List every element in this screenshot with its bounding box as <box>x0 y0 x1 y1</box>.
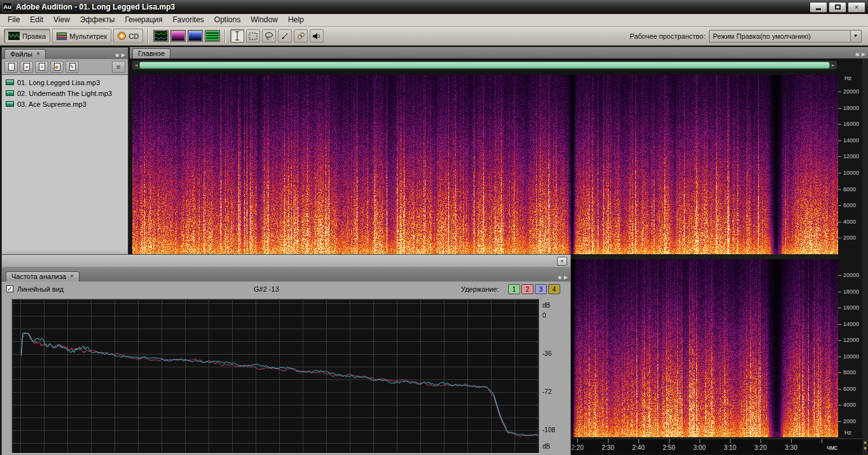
panel-menu-icon[interactable]: ◉ <box>115 53 120 58</box>
scroll-right-button[interactable]: ► <box>830 62 836 69</box>
menu-view[interactable]: View <box>48 14 75 26</box>
timeline-tick <box>577 439 578 443</box>
insert-into-cd-button[interactable]: ◉ <box>50 61 64 73</box>
freq-ruler-tick <box>838 324 841 325</box>
spectral-phase-display-button[interactable] <box>205 30 220 42</box>
menu-file[interactable]: File <box>3 14 25 26</box>
vertical-zoom-in-icon[interactable]: ▲ <box>862 440 868 444</box>
timeline-label: 2:20 <box>571 444 583 451</box>
file-list-item[interactable]: 01. Long Legged Lisa.mp3 <box>2 77 128 88</box>
file-list-item[interactable]: 03. Ace Supreme.mp3 <box>2 98 128 109</box>
edit-file-button[interactable]: ✎ <box>65 61 79 73</box>
panel-arrow-icon[interactable]: ▶ <box>121 53 125 58</box>
minimize-button[interactable] <box>809 2 827 13</box>
edit-view-button[interactable]: Правка <box>4 29 50 43</box>
panel-menu-icon[interactable]: ◉ <box>558 275 562 280</box>
scrub-tool-button[interactable] <box>310 29 324 43</box>
freq-ruler-tick-label: 4000 <box>843 402 856 408</box>
cd-icon <box>118 32 126 40</box>
freq-ruler-tick <box>838 389 841 390</box>
panel-arrow-icon[interactable]: ▶ <box>862 52 865 57</box>
frequency-analysis-close-button[interactable]: × <box>557 257 567 266</box>
close-icon[interactable]: × <box>70 273 74 280</box>
frequency-analysis-titlebar[interactable]: × <box>2 255 570 268</box>
hold-slot-1-button[interactable]: 1 <box>508 284 520 294</box>
effects-paintbrush-tool-button[interactable] <box>278 29 292 43</box>
horizontal-zoom-scrollbar[interactable]: ◄ ► <box>132 61 837 69</box>
minimize-icon <box>816 8 821 10</box>
timeline-label: 3:00 <box>693 444 705 451</box>
panel-menu-icon[interactable]: ◉ <box>855 52 860 57</box>
freq-ruler-tick-label: 2000 <box>843 234 856 241</box>
frequency-analysis-tab-label: Частота анализа <box>11 273 66 280</box>
y-axis-unit-top: dB <box>542 302 550 309</box>
workspace-dropdown[interactable]: Режим Правка(по умолчанию) ▼ <box>709 30 862 43</box>
vertical-zoom-out-icon[interactable]: ▼ <box>862 446 868 451</box>
file-name: 01. Long Legged Lisa.mp3 <box>17 79 100 86</box>
spectral-frequency-icon <box>172 31 184 41</box>
import-file-button[interactable]: ↓ <box>4 61 18 73</box>
freq-ruler-tick-label: 4000 <box>843 219 856 225</box>
maximize-button[interactable] <box>829 2 846 13</box>
edit-view-label: Правка <box>22 32 46 40</box>
timeline-tick <box>699 439 700 443</box>
edit-file-icon: ✎ <box>69 63 76 71</box>
multitrack-view-button[interactable]: Мультитрек <box>52 29 111 43</box>
scroll-right-icon: ► <box>831 63 836 67</box>
close-button[interactable]: × <box>848 2 865 13</box>
freq-ruler-tick-label: 10000 <box>843 353 859 360</box>
menu-generate[interactable]: Генерация <box>120 14 167 26</box>
waveform-icon <box>8 32 20 40</box>
panel-arrow-icon[interactable]: ▶ <box>564 275 568 280</box>
hold-slot-4-button[interactable]: 4 <box>548 284 560 294</box>
freq-ruler-unit: Hz <box>844 430 851 436</box>
frequency-ruler-top[interactable]: Hz20000180001600014000120001000080006000… <box>838 75 862 254</box>
scroll-left-button[interactable]: ◄ <box>133 62 139 69</box>
files-panel-menu: ◉ ▶ <box>115 53 128 59</box>
hold-slot-3-button[interactable]: 3 <box>535 284 547 294</box>
spectrogram-left-channel[interactable] <box>132 75 838 254</box>
menu-window[interactable]: Window <box>245 14 283 26</box>
insert-cd-icon: ◉ <box>54 63 60 71</box>
tab-frequency-analysis[interactable]: Частота анализа × <box>6 271 79 282</box>
waveform-display-button[interactable] <box>153 30 169 42</box>
spectral-frequency-display-button[interactable] <box>170 30 186 42</box>
file-list-item[interactable]: 02. Underneath The Light.mp3 <box>2 88 128 98</box>
close-file-button[interactable]: × <box>20 61 33 73</box>
menu-options[interactable]: Options <box>209 14 245 26</box>
tab-main[interactable]: Главное <box>132 48 170 58</box>
main-panel-header: Главное ◉ ▶ <box>130 47 868 58</box>
freq-ruler-tick <box>838 340 841 341</box>
files-panel-options-button[interactable]: ≡ <box>112 61 125 73</box>
marquee-selection-tool-button[interactable] <box>246 29 260 43</box>
toolbar: Правка Мультитрек CD <box>0 27 868 46</box>
workspace-dropdown-button[interactable]: ▼ <box>850 31 860 41</box>
waveform-display-icon <box>155 31 167 41</box>
close-icon[interactable]: × <box>36 51 40 57</box>
menu-edit[interactable]: Edit <box>25 14 48 26</box>
lasso-selection-tool-button[interactable] <box>262 29 276 43</box>
cd-view-button[interactable]: CD <box>113 29 143 43</box>
audio-file-icon <box>6 79 14 85</box>
tab-files[interactable]: Файлы × <box>4 49 46 59</box>
hold-slot-2-button[interactable]: 2 <box>521 284 534 294</box>
menu-help[interactable]: Help <box>283 14 309 26</box>
frequency-ruler-bottom[interactable]: Hz20000180001600014000120001000080006000… <box>838 259 862 437</box>
linear-view-checkbox[interactable]: ✓ <box>6 285 13 292</box>
time-selection-tool-button[interactable] <box>230 29 244 43</box>
menu-favorites[interactable]: Favorites <box>167 14 209 26</box>
timeline-unit: чмс <box>827 444 837 451</box>
frequency-analysis-canvas[interactable] <box>13 300 539 452</box>
insert-into-multitrack-button[interactable]: ≡ <box>35 61 48 73</box>
spectral-pan-display-button[interactable] <box>188 30 203 42</box>
timeline-tick <box>638 439 639 443</box>
frequency-analysis-plot[interactable] <box>12 299 539 453</box>
zoom-scrollbar-thumb[interactable] <box>139 62 830 69</box>
maximize-icon <box>835 4 841 10</box>
files-panel-header: Файлы × ◉ ▶ <box>2 48 128 59</box>
spectral-phase-icon <box>206 31 219 41</box>
spot-healing-brush-tool-button[interactable] <box>294 29 308 43</box>
menu-effects[interactable]: Эффекты <box>75 14 120 26</box>
freq-ruler-tick-label: 10000 <box>843 170 859 176</box>
ibeam-icon <box>233 31 241 41</box>
